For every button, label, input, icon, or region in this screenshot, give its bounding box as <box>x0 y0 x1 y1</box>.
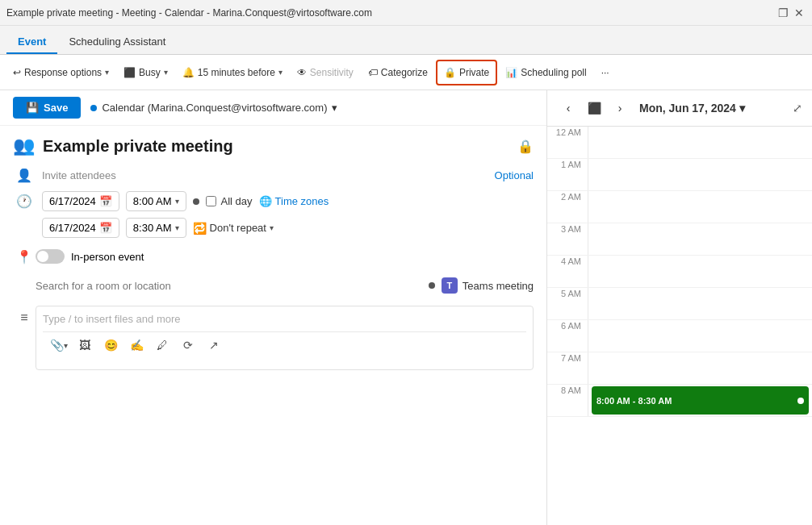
time-slot-6am[interactable] <box>588 320 812 352</box>
today-button[interactable]: ⬛ <box>583 97 605 119</box>
ink-button[interactable]: ✍ <box>127 335 146 355</box>
time-slot-1am[interactable] <box>588 159 812 190</box>
close-button[interactable]: ✕ <box>793 6 806 19</box>
time-row-4am: 4 AM <box>547 256 812 288</box>
tab-scheduling-assistant[interactable]: Scheduling Assistant <box>57 31 177 54</box>
calendar-dot <box>90 105 97 111</box>
time-row-1am: 1 AM <box>547 159 812 191</box>
calendar-selector[interactable]: Calendar (Marina.Conquest@virtosoftware.… <box>90 102 337 114</box>
notes-section: ≡ Type / to insert files and more 📎▾ 🖼 😊… <box>0 302 546 377</box>
clock-icon: 🔔 <box>182 67 195 78</box>
event-block[interactable]: 8:00 AM - 8:30 AM <box>592 386 809 415</box>
event-dot <box>797 398 804 404</box>
circle-indicator <box>193 198 199 205</box>
prev-day-button[interactable]: ‹ <box>557 97 580 119</box>
inperson-toggle[interactable] <box>36 249 65 264</box>
time-slot-7am[interactable] <box>588 352 812 384</box>
sensitivity-button[interactable]: 👁 Sensitivity <box>291 60 360 85</box>
title-area: 👥 <box>13 135 517 156</box>
end-time-input[interactable]: 8:30 AM ▾ <box>126 218 186 238</box>
timezone-link[interactable]: 🌐 Time zones <box>259 195 329 207</box>
status-dot <box>193 198 199 205</box>
lock-icon: 🔒 <box>517 139 534 154</box>
chevron-down-icon: ▾ <box>270 223 274 232</box>
time-row-6am: 6 AM <box>547 320 812 352</box>
attachment-button[interactable]: 📎▾ <box>49 335 69 355</box>
chevron-down-icon: ▾ <box>164 68 168 77</box>
response-options-button[interactable]: ↩ Response options ▾ <box>6 60 115 85</box>
allday-checkbox[interactable] <box>206 196 216 206</box>
chevron-down-icon: ▾ <box>105 68 109 77</box>
tab-event[interactable]: Event <box>6 31 57 54</box>
location-icon: 📍 <box>13 249 36 265</box>
location-dot <box>429 282 435 289</box>
notes-toolbar: 📎▾ 🖼 😊 ✍ 🖊 ⟳ ↗ <box>43 331 526 358</box>
allday-row: All day <box>206 195 253 207</box>
time-slot-4am[interactable] <box>588 256 812 287</box>
time-row-2am: 2 AM <box>547 191 812 223</box>
location-search-input[interactable] <box>36 280 422 292</box>
main-layout: 💾 Save Calendar (Marina.Conquest@virtoso… <box>0 90 812 525</box>
notes-icon: ≡ <box>13 310 36 370</box>
restore-button[interactable]: ❐ <box>776 6 789 19</box>
loop-button[interactable]: ⟳ <box>178 335 198 355</box>
repeat-selector[interactable]: 🔁 Don't repeat ▾ <box>193 222 274 235</box>
start-time-input[interactable]: 8:00 AM ▾ <box>126 191 186 211</box>
next-day-button[interactable]: › <box>609 97 631 119</box>
time-slot-2am[interactable] <box>588 191 812 223</box>
response-options-icon: ↩ <box>13 67 21 78</box>
category-icon: 🏷 <box>368 67 378 78</box>
right-panel: ‹ ⬛ › Mon, Jun 17, 2024 ▾ ⤢ 12 AM 1 AM 2… <box>547 90 812 525</box>
expand-calendar-button[interactable]: ⤢ <box>793 102 802 115</box>
tab-bar: Event Scheduling Assistant <box>0 26 812 55</box>
end-date-input[interactable]: 6/17/2024 📅 <box>42 218 119 238</box>
time-row-3am: 3 AM <box>547 223 812 256</box>
reminder-button[interactable]: 🔔 15 minutes before ▾ <box>176 60 289 85</box>
left-panel: 💾 Save Calendar (Marina.Conquest@virtoso… <box>0 90 547 525</box>
teams-meeting-button[interactable]: T Teams meeting <box>442 277 534 294</box>
pen-button[interactable]: 🖊 <box>153 335 172 355</box>
categorize-button[interactable]: 🏷 Categorize <box>362 60 434 85</box>
meeting-title-row: 👥 🔒 <box>0 126 546 163</box>
private-button[interactable]: 🔒 Private <box>436 60 497 85</box>
inperson-label: In-person event <box>71 251 144 263</box>
chevron-down-icon: ▾ <box>175 223 179 232</box>
time-grid: 12 AM 1 AM 2 AM 3 AM 4 AM 5 AM <box>547 127 812 525</box>
time-slot-3am[interactable] <box>588 223 812 255</box>
busy-icon: ⬛ <box>123 67 136 78</box>
chevron-down-icon: ▾ <box>332 102 337 114</box>
image-button[interactable]: 🖼 <box>75 335 94 355</box>
time-row-5am: 5 AM <box>547 288 812 320</box>
start-datetime-row: 🕐 6/17/2024 📅 8:00 AM ▾ All day 🌐 Time z… <box>0 188 546 215</box>
save-bar: 💾 Save Calendar (Marina.Conquest@virtoso… <box>0 90 546 126</box>
time-row-8am: 8 AM 8:00 AM - 8:30 AM <box>547 385 812 417</box>
more-button[interactable]: ··· <box>595 60 616 85</box>
chevron-down-icon: ▾ <box>739 102 745 115</box>
time-row-7am: 7 AM <box>547 352 812 385</box>
time-slot-5am[interactable] <box>588 288 812 319</box>
chevron-down-icon: ▾ <box>278 68 283 77</box>
attendees-placeholder[interactable]: Invite attendees <box>42 169 488 181</box>
repeat-icon: 🔁 <box>193 222 207 235</box>
notes-editor[interactable]: Type / to insert files and more 📎▾ 🖼 😊 ✍… <box>36 306 534 370</box>
scheduling-poll-button[interactable]: 📊 Scheduling poll <box>499 60 592 85</box>
emoji-button[interactable]: 😊 <box>101 335 120 355</box>
time-slot-8am[interactable]: 8:00 AM - 8:30 AM <box>588 385 812 416</box>
globe-icon: 🌐 <box>259 195 272 207</box>
time-slot-12am[interactable] <box>588 127 812 158</box>
start-date-input[interactable]: 6/17/2024 📅 <box>42 191 119 211</box>
optional-link[interactable]: Optional <box>495 169 534 181</box>
notes-placeholder: Type / to insert files and more <box>43 313 526 325</box>
save-icon: 💾 <box>26 102 39 114</box>
teams-icon: T <box>442 277 458 294</box>
calendar-date-button[interactable]: Mon, Jun 17, 2024 ▾ <box>634 98 750 118</box>
share-button[interactable]: ↗ <box>204 335 224 355</box>
meeting-title-input[interactable] <box>43 137 517 156</box>
title-bar: Example private meeting - Meeting - Cale… <box>0 0 812 26</box>
toolbar: ↩ Response options ▾ ⬛ Busy ▾ 🔔 15 minut… <box>0 55 812 90</box>
busy-button[interactable]: ⬛ Busy ▾ <box>117 60 174 85</box>
attendees-icon: 👤 <box>13 168 36 183</box>
window-title: Example private meeting - Meeting - Cale… <box>6 7 372 19</box>
save-button[interactable]: 💾 Save <box>13 97 81 119</box>
calendar-icon: 📅 <box>99 195 112 207</box>
